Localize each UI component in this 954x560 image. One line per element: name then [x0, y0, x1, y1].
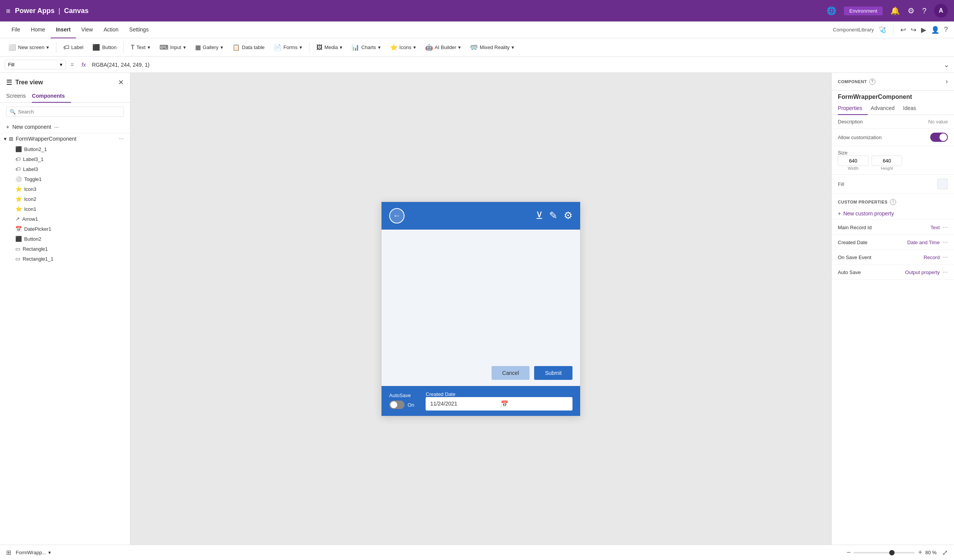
tree-item-arrow1[interactable]: ↗ Arrow1	[0, 214, 130, 224]
menu-file[interactable]: File	[6, 21, 26, 38]
new-screen-button[interactable]: ⬜ New screen ▾	[5, 42, 53, 53]
calendar-icon[interactable]: 📅	[501, 400, 568, 407]
settings-icon[interactable]: ⚙	[908, 6, 915, 15]
rpanel-tab-properties[interactable]: Properties	[838, 102, 868, 115]
description-label: Description	[838, 119, 884, 125]
stethoscope-icon[interactable]: 🩺	[878, 26, 886, 33]
date-input[interactable]: 11/24/2021 📅	[426, 397, 572, 411]
component-library-link[interactable]: ComponentLibrary	[833, 27, 874, 33]
tree-item-rectangle1[interactable]: ▭ Rectangle1	[0, 244, 130, 254]
formwrapper-dots[interactable]: ···	[119, 135, 124, 142]
property-dropdown[interactable]: Fill ▾	[5, 60, 66, 69]
main-layout: ☰ Tree view ✕ Screens Components 🔍 + New…	[0, 73, 954, 545]
submit-button[interactable]: Submit	[534, 366, 572, 380]
new-custom-property-row[interactable]: + New custom property	[832, 207, 954, 220]
environment-icon: 🌐	[827, 6, 836, 15]
top-bar: ⊞ Power Apps | Canvas 🌐 Environment 🔔 ⚙ …	[0, 0, 954, 21]
autosave-toggle-track[interactable]	[389, 401, 405, 409]
size-label: Size	[838, 150, 847, 156]
forms-button[interactable]: 📄 Forms ▾	[270, 42, 306, 53]
settings-gear-icon[interactable]: ⚙	[564, 210, 572, 222]
hamburger-icon[interactable]: ☰	[6, 78, 12, 87]
charts-icon: 📊	[352, 44, 359, 51]
right-panel-expand-button[interactable]: ›	[946, 77, 948, 85]
help-button[interactable]: ?	[944, 26, 948, 34]
equals-sign: =	[69, 61, 76, 68]
tree-item-label3[interactable]: 🏷 Label3	[0, 164, 130, 174]
menu-settings[interactable]: Settings	[124, 21, 154, 38]
created-date-dots[interactable]: ···	[943, 239, 948, 246]
media-icon: 🖼	[316, 44, 322, 51]
panel-close-button[interactable]: ✕	[118, 78, 124, 87]
tree-item-rectangle1-1[interactable]: ▭ Rectangle1_1	[0, 254, 130, 264]
tree-item-formwrapper[interactable]: ▾ ⊞ FormWrapperComponent ···	[0, 133, 130, 144]
gallery-button[interactable]: ▦ Gallery ▾	[191, 42, 227, 53]
tree-item-icon3[interactable]: ⭐ Icon3	[0, 184, 130, 194]
menu-view[interactable]: View	[76, 21, 98, 38]
new-component-row[interactable]: + New component ···	[0, 121, 130, 133]
undo-button[interactable]: ↩	[900, 26, 906, 34]
redo-button[interactable]: ↪	[911, 26, 916, 34]
notification-icon[interactable]: 🔔	[890, 6, 900, 15]
created-date-type: Date and Time	[907, 240, 940, 245]
tree-item-icon1[interactable]: ⭐ Icon1	[0, 204, 130, 214]
rpanel-tab-advanced[interactable]: Advanced	[871, 102, 900, 115]
menu-home[interactable]: Home	[26, 21, 51, 38]
mixed-reality-button[interactable]: 🥽 Mixed Reality ▾	[466, 42, 518, 53]
tab-components[interactable]: Components	[32, 90, 71, 103]
zoom-in-button[interactable]: +	[918, 549, 922, 557]
rpanel-tab-ideas[interactable]: Ideas	[903, 102, 921, 115]
cancel-button[interactable]: Cancel	[492, 366, 530, 380]
right-panel-tabs: Properties Advanced Ideas	[832, 102, 954, 115]
waffle-icon[interactable]: ⊞	[6, 8, 10, 14]
width-input[interactable]	[838, 156, 868, 166]
ai-builder-button[interactable]: 🤖 AI Builder ▾	[421, 42, 465, 53]
new-component-dots[interactable]: ···	[54, 124, 59, 130]
search-box[interactable]: 🔍	[6, 107, 124, 117]
height-input[interactable]	[872, 156, 902, 166]
zoom-slider[interactable]	[854, 552, 915, 553]
edit-icon[interactable]: ✎	[549, 210, 558, 222]
auto-save-dots[interactable]: ···	[943, 269, 948, 276]
tree-item-icon2[interactable]: ⭐ Icon2	[0, 194, 130, 204]
tree-item-datepicker1[interactable]: 📅 DatePicker1	[0, 224, 130, 234]
tree-item-label3-1[interactable]: 🏷 Label3_1	[0, 154, 130, 164]
button-button[interactable]: ⬛ Button	[89, 42, 120, 53]
filter-icon[interactable]: ⊻	[536, 210, 543, 222]
fx-button[interactable]: fx	[79, 62, 89, 68]
icons-button[interactable]: ⭐ Icons ▾	[386, 42, 420, 53]
formula-input[interactable]	[92, 62, 941, 68]
user-settings-button[interactable]: 👤	[931, 26, 939, 34]
allow-customization-toggle-track[interactable]	[930, 133, 948, 142]
avatar[interactable]: A	[934, 4, 948, 18]
tree-item-toggle1[interactable]: ⚪ Toggle1	[0, 174, 130, 184]
tree-item-label: Rectangle1	[23, 246, 48, 252]
label-button[interactable]: 🏷 Label	[59, 42, 87, 53]
media-button[interactable]: 🖼 Media ▾	[313, 42, 346, 53]
allow-customization-toggle[interactable]	[930, 133, 948, 142]
tree-item-button2-1[interactable]: ⬛ Button2_1	[0, 144, 130, 154]
tree-item-label: Button2_1	[24, 146, 47, 152]
component-info-icon[interactable]: ?	[869, 79, 875, 85]
back-button[interactable]: ←	[389, 208, 405, 223]
search-input[interactable]	[18, 109, 120, 115]
charts-button[interactable]: 📊 Charts ▾	[348, 42, 384, 53]
menu-action[interactable]: Action	[98, 21, 124, 38]
run-button[interactable]: ▶	[921, 26, 926, 34]
tab-screens[interactable]: Screens	[6, 90, 32, 103]
text-button[interactable]: T Text ▾	[127, 42, 154, 53]
fill-preview[interactable]	[937, 179, 948, 189]
environment-pill[interactable]: Environment	[844, 7, 883, 15]
custom-props-info-icon[interactable]: ?	[890, 199, 896, 205]
menu-insert[interactable]: Insert	[51, 21, 76, 38]
screen-name[interactable]: FormWrapp... ▾	[16, 550, 51, 555]
formula-expand-icon[interactable]: ⌄	[944, 61, 949, 69]
zoom-out-button[interactable]: −	[847, 549, 851, 557]
on-save-dots[interactable]: ···	[943, 254, 948, 261]
input-button[interactable]: ⌨ Input ▾	[156, 42, 190, 53]
data-table-button[interactable]: 📋 Data table	[229, 42, 268, 53]
tree-item-button2[interactable]: ⬛ Button2	[0, 234, 130, 244]
main-record-id-dots[interactable]: ···	[943, 224, 948, 231]
fullscreen-button[interactable]: ⤢	[942, 549, 948, 557]
help-icon[interactable]: ?	[922, 7, 926, 15]
